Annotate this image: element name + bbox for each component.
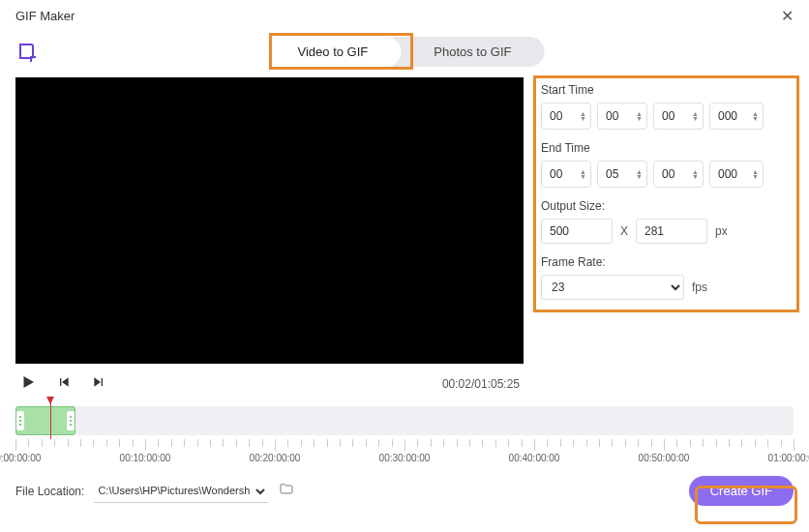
top-row: Video to GIF Photos to GIF <box>0 31 809 77</box>
clip-track[interactable] <box>15 406 794 435</box>
height-field[interactable] <box>636 219 707 244</box>
settings-panel: Start Time 00▲▼ 00▲▼ 00▲▼ 000▲▼ End Time… <box>541 77 794 404</box>
start-time-row: 00▲▼ 00▲▼ 00▲▼ 000▲▼ <box>541 103 794 130</box>
file-location-label: File Location: <box>15 485 84 498</box>
value: 000 <box>718 167 737 181</box>
end-seconds-stepper[interactable]: 00▲▼ <box>653 161 704 188</box>
ruler-mark: 00:20:00:00 <box>250 453 301 463</box>
value: 00 <box>662 167 674 181</box>
output-size-row: X px <box>541 219 794 244</box>
create-gif-button[interactable]: Create GIF <box>689 476 794 506</box>
ruler-mark: 00:10:00:00 <box>120 453 171 463</box>
footer: File Location: C:\Users\HP\Pictures\Wond… <box>0 466 809 516</box>
output-size-label: Output Size: <box>541 199 794 213</box>
spinner-icon[interactable]: ▲▼ <box>752 111 759 121</box>
value: 00 <box>550 109 562 123</box>
value: 00 <box>662 109 674 123</box>
value: 000 <box>718 109 737 123</box>
end-hours-stepper[interactable]: 00▲▼ <box>541 161 591 188</box>
frame-rate-row: 23 fps <box>541 275 794 300</box>
clip-handle-right[interactable] <box>67 411 75 430</box>
playhead[interactable] <box>50 402 51 439</box>
file-location-select[interactable]: C:\Users\HP\Pictures\Wondersh <box>94 480 268 503</box>
end-ms-stepper[interactable]: 000▲▼ <box>709 161 764 188</box>
value: 00 <box>606 109 618 123</box>
clip-handle-left[interactable] <box>16 411 24 430</box>
play-icon[interactable] <box>19 373 37 395</box>
start-time-label: Start Time <box>541 83 794 97</box>
end-minutes-stepper[interactable]: 05▲▼ <box>597 161 647 188</box>
fps-unit: fps <box>692 281 707 294</box>
px-unit: px <box>715 224 728 238</box>
spinner-icon[interactable]: ▲▼ <box>692 111 699 121</box>
width-field[interactable] <box>541 219 613 244</box>
spinner-icon[interactable]: ▲▼ <box>752 169 759 179</box>
spinner-icon[interactable]: ▲▼ <box>636 111 643 121</box>
spinner-icon[interactable]: ▲▼ <box>692 169 699 179</box>
tab-photos-to-gif[interactable]: Photos to GIF <box>401 37 544 67</box>
timeline: 00:00:00:0000:10:00:0000:20:00:0000:30:0… <box>0 406 809 466</box>
app-icon <box>15 41 39 64</box>
time-ruler[interactable]: 00:00:00:0000:10:00:0000:20:00:0000:30:0… <box>15 439 794 466</box>
ruler-mark: 00:00:00:00 <box>0 453 41 463</box>
close-icon[interactable]: ✕ <box>781 7 794 25</box>
window-title: GIF Maker <box>15 9 75 23</box>
tab-video-to-gif[interactable]: Video to GIF <box>265 37 402 67</box>
left-column: 00:02/01:05:25 <box>15 77 524 404</box>
spinner-icon[interactable]: ▲▼ <box>580 169 586 179</box>
value: 00 <box>550 167 562 181</box>
end-time-label: End Time <box>541 141 794 155</box>
title-bar: GIF Maker ✕ <box>0 0 809 31</box>
start-ms-stepper[interactable]: 000▲▼ <box>709 103 764 130</box>
prev-frame-icon[interactable] <box>56 374 72 394</box>
end-time-row: 00▲▼ 05▲▼ 00▲▼ 000▲▼ <box>541 161 794 188</box>
main-area: 00:02/01:05:25 Start Time 00▲▼ 00▲▼ 00▲▼… <box>0 77 809 404</box>
ruler-mark: 00:40:00:00 <box>509 453 560 463</box>
playback-controls: 00:02/01:05:25 <box>15 364 524 404</box>
ruler-mark: 00:50:00:00 <box>639 453 690 463</box>
start-seconds-stepper[interactable]: 00▲▼ <box>653 103 704 130</box>
next-frame-icon[interactable] <box>91 374 106 394</box>
playback-time: 00:02/01:05:25 <box>442 377 520 391</box>
frame-rate-select[interactable]: 23 <box>541 275 684 300</box>
folder-icon[interactable] <box>278 482 295 501</box>
start-hours-stepper[interactable]: 00▲▼ <box>541 103 591 130</box>
value: 05 <box>606 167 618 181</box>
selection-clip[interactable] <box>15 406 75 435</box>
video-preview[interactable] <box>15 77 524 364</box>
ruler-mark: 00:30:00:00 <box>379 453 431 463</box>
ruler-mark: 01:00:00:00 <box>768 453 809 463</box>
frame-rate-label: Frame Rate: <box>541 255 794 269</box>
spinner-icon[interactable]: ▲▼ <box>636 169 643 179</box>
separator: X <box>620 224 628 238</box>
mode-tabs: Video to GIF Photos to GIF <box>265 37 545 67</box>
spinner-icon[interactable]: ▲▼ <box>580 111 586 121</box>
start-minutes-stepper[interactable]: 00▲▼ <box>597 103 647 130</box>
